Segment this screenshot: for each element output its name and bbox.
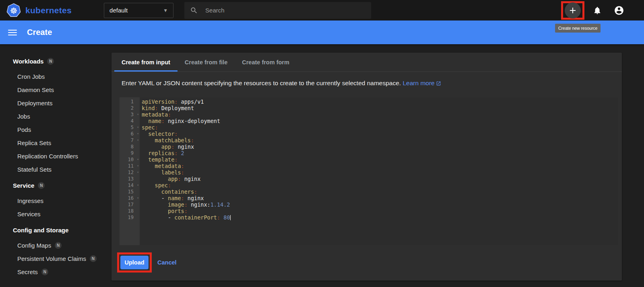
item-label: Ingresses [17,197,43,204]
tab-create-from-form[interactable]: Create from form [235,53,297,72]
sidebar-section-service[interactable]: ServiceN [0,179,111,192]
sidebar-item-stateful-sets[interactable]: Stateful Sets [0,163,111,176]
section-label: Config and Storage [13,227,68,234]
page-title: Create [27,28,52,37]
editor-description: Enter YAML or JSON content specifying th… [122,80,612,88]
new-badge: N [38,182,45,189]
sidebar-item-cron-jobs[interactable]: Cron Jobs [0,70,111,83]
line-number: 2 [120,105,140,111]
fold-arrow-icon[interactable]: ▾ [137,137,139,143]
sidebar-item-replication-controllers[interactable]: Replication Controllers [0,150,111,163]
fold-arrow-icon[interactable]: ▾ [137,131,139,137]
sidebar-item-ingresses[interactable]: Ingresses [0,194,111,207]
sidebar-item-secrets[interactable]: SecretsN [0,265,111,279]
sidebar-section-config-and-storage[interactable]: Config and Storage [0,223,111,237]
notifications-button[interactable] [588,2,606,19]
search-input[interactable] [205,7,365,14]
code-line: replicas: 2 [142,150,618,156]
item-label: Deployments [17,100,53,107]
tooltip-create-new-resource: Create new resource [555,24,601,33]
line-number: 12▾ [120,169,140,176]
top-bar: ☸ kubernetes default ▼ [0,0,644,20]
fold-arrow-icon[interactable]: ▾ [137,112,139,117]
line-number: 19 [120,214,140,221]
line-number: 15 [120,189,140,195]
search-bar[interactable] [184,2,371,19]
section-label: Workloads [13,58,43,65]
form-actions: Upload Cancel [117,252,622,273]
new-badge: N [41,269,48,275]
item-label: Daemon Sets [17,86,54,93]
kubernetes-helm-icon: ☸ [6,3,21,18]
code-line: app: nginx [142,144,618,150]
sidebar-item-persistent-volume-claims[interactable]: Persistent Volume ClaimsN [0,252,111,265]
cancel-button[interactable]: Cancel [157,259,177,266]
item-label: Config Maps [17,242,51,249]
line-number: 16▾ [120,195,140,201]
plus-icon [568,6,578,15]
line-number: 4 [120,118,140,124]
item-label: Cron Jobs [17,73,45,80]
yaml-editor[interactable]: 123▾45▾6▾7▾8910▾11▾12▾1314▾1516▾171819 a… [120,97,618,245]
new-badge: N [55,242,62,249]
sidebar-section-workloads[interactable]: WorkloadsN [0,55,111,68]
code-line: spec: [142,124,618,131]
code-line: kind: Deployment [142,105,618,111]
namespace-selector[interactable]: default ▼ [104,3,173,18]
code-line: - containerPort: 80 [142,214,618,221]
code-line: containers: [142,189,618,195]
fold-arrow-icon[interactable]: ▾ [137,170,139,175]
menu-icon[interactable] [8,30,17,35]
tab-create-from-input[interactable]: Create from input [114,53,178,72]
new-badge: N [47,58,54,65]
annotation-highlight-box [561,1,584,20]
namespace-value: default [109,7,128,14]
kubernetes-logo[interactable]: ☸ kubernetes [6,3,72,18]
learn-more-link[interactable]: Learn more [402,80,441,86]
line-number: 13 [120,176,140,182]
fold-arrow-icon[interactable]: ▾ [137,182,139,188]
account-button[interactable] [610,2,628,19]
learn-more-label: Learn more [402,80,434,86]
item-label: Services [17,211,41,217]
account-icon [614,5,624,16]
description-text: Enter YAML or JSON content specifying th… [122,80,401,86]
code-line: matchLabels: [142,137,618,144]
item-label: Pods [17,126,31,133]
item-label: Jobs [17,113,30,120]
editor-gutter: 123▾45▾6▾7▾8910▾11▾12▾1314▾1516▾171819 [120,97,140,245]
search-icon [190,6,198,14]
fold-arrow-icon[interactable]: ▾ [137,125,139,130]
item-label: Replication Controllers [17,153,78,160]
fold-arrow-icon[interactable]: ▾ [137,157,139,162]
line-number: 10▾ [120,156,140,163]
sidebar-item-jobs[interactable]: Jobs [0,110,111,123]
line-number: 11▾ [120,163,140,169]
fold-arrow-icon[interactable]: ▾ [137,163,139,169]
code-line: metadata: [142,111,618,118]
section-label: Service [13,182,34,189]
sidebar-item-replica-sets[interactable]: Replica Sets [0,136,111,150]
logo-wordmark: kubernetes [25,6,72,15]
code-line: spec: [142,182,618,189]
create-new-resource-button[interactable] [565,2,581,18]
main-area: Create from inputCreate from fileCreate … [111,44,644,287]
code-line: name: nginx-deployment [142,118,618,124]
code-line: apiVersion: apps/v1 [142,98,618,105]
sidebar-item-pods[interactable]: Pods [0,123,111,136]
editor-code: apiVersion: apps/v1kind: Deploymentmetad… [140,97,618,245]
sidebar-item-deployments[interactable]: Deployments [0,96,111,110]
sidebar-item-config-maps[interactable]: Config MapsN [0,239,111,252]
sidebar-item-services[interactable]: Services [0,207,111,221]
create-card: Create from inputCreate from fileCreate … [111,53,622,281]
line-number: 5▾ [120,124,140,131]
item-label: Secrets [17,269,38,275]
upload-button[interactable]: Upload [120,256,149,269]
external-link-icon [436,80,441,88]
code-line: labels: [142,169,618,176]
tab-create-from-file[interactable]: Create from file [178,53,235,72]
line-number: 1 [120,98,140,105]
sidebar-item-daemon-sets[interactable]: Daemon Sets [0,83,111,96]
fold-arrow-icon[interactable]: ▾ [137,195,139,201]
code-line: image: nginx:1.14.2 [142,201,618,208]
